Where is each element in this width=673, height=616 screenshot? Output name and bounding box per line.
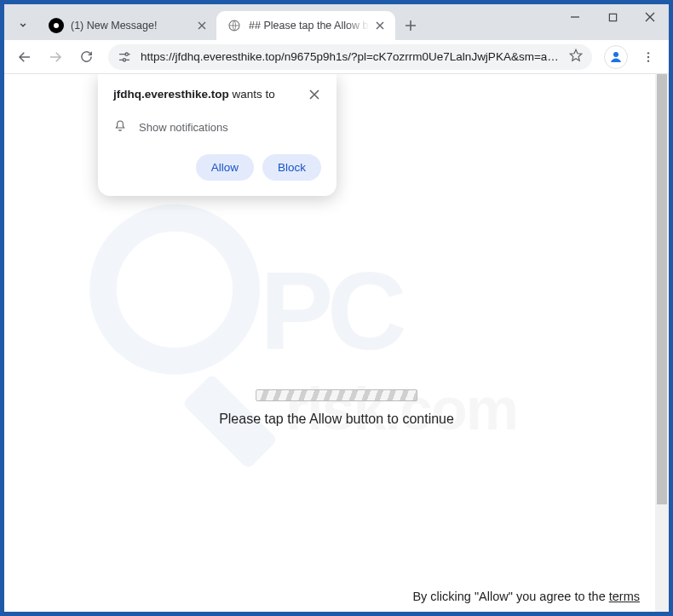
close-icon (376, 21, 384, 30)
svg-point-8 (647, 60, 649, 61)
kebab-icon (641, 50, 655, 64)
scrollbar-thumb[interactable] (657, 74, 667, 504)
block-button[interactable]: Block (262, 154, 321, 181)
page-center: Please tap the Allow button to continue (219, 389, 454, 427)
tab-inactive[interactable]: (1) New Message! (38, 11, 217, 40)
bookmark-button[interactable] (568, 48, 584, 66)
chevron-down-icon (17, 19, 29, 31)
url-text: https://jfdhq.everesthike.top/n9675p9h1s… (141, 50, 561, 63)
bell-icon (113, 119, 127, 135)
tab-search-button[interactable] (11, 13, 35, 37)
svg-rect-2 (609, 14, 616, 20)
svg-point-4 (123, 58, 125, 60)
titlebar: (1) New Message! ## Please tap the Allow… (4, 4, 669, 40)
omnibox[interactable]: https://jfdhq.everesthike.top/n9675p9h1s… (108, 44, 592, 70)
tab-title: ## Please tap the Allow button (249, 20, 370, 32)
notification-permission-prompt: jfdhq.everesthike.top wants to Show noti… (98, 74, 336, 196)
maximize-button[interactable] (594, 4, 631, 30)
allow-button[interactable]: Allow (196, 154, 254, 181)
profile-avatar[interactable] (604, 45, 628, 69)
close-icon (645, 12, 655, 22)
reload-icon (79, 49, 94, 64)
tab-favicon (49, 18, 64, 33)
tab-favicon (227, 18, 242, 33)
close-icon (198, 21, 206, 30)
browser-window: (1) New Message! ## Please tap the Allow… (3, 3, 670, 613)
page-message: Please tap the Allow button to continue (219, 412, 454, 427)
prompt-actions: Allow Block (113, 154, 321, 181)
tab-close-button[interactable] (195, 19, 209, 32)
footer-disclaimer: By clicking "Allow" you agree to the ter… (412, 590, 640, 603)
scrollbar-track[interactable] (655, 74, 669, 612)
svg-point-3 (125, 53, 128, 55)
svg-point-5 (613, 52, 618, 57)
minimize-icon (570, 12, 580, 22)
svg-point-7 (647, 55, 649, 57)
star-icon (568, 48, 584, 63)
minimize-button[interactable] (556, 4, 594, 30)
reload-button[interactable] (72, 43, 100, 71)
prompt-permission-label: Show notifications (139, 121, 228, 134)
forward-button[interactable] (42, 43, 69, 71)
svg-point-6 (647, 52, 649, 54)
background-watermark: PC risk.com (64, 204, 609, 493)
svg-point-0 (54, 23, 59, 28)
user-icon (608, 49, 624, 65)
new-tab-button[interactable] (400, 14, 422, 37)
footer-prefix: By clicking "Allow" you agree to the (412, 590, 608, 603)
arrow-left-icon (17, 49, 32, 65)
window-controls (556, 4, 669, 30)
prompt-wants-to: wants to (233, 88, 275, 101)
message-dot-icon (52, 21, 60, 30)
prompt-header: jfdhq.everesthike.top wants to (113, 88, 321, 104)
loading-bar (256, 389, 417, 401)
tab-title: (1) New Message! (71, 20, 192, 32)
page-content: PC risk.com jfdhq.everesthike.top wants … (4, 74, 669, 612)
arrow-right-icon (48, 49, 63, 65)
globe-icon (227, 19, 241, 32)
close-icon (309, 89, 319, 100)
close-window-button[interactable] (631, 4, 669, 30)
maximize-icon (608, 13, 618, 22)
prompt-close-button[interactable] (308, 88, 321, 104)
plus-icon (405, 20, 417, 32)
terms-link[interactable]: terms (609, 590, 640, 603)
browser-menu-button[interactable] (635, 43, 662, 71)
tab-active[interactable]: ## Please tap the Allow button (216, 11, 395, 40)
prompt-origin-text: jfdhq.everesthike.top wants to (113, 88, 275, 101)
site-tune-icon[interactable] (117, 49, 132, 65)
tab-close-button[interactable] (373, 19, 387, 32)
toolbar: https://jfdhq.everesthike.top/n9675p9h1s… (4, 40, 669, 74)
prompt-domain: jfdhq.everesthike.top (113, 88, 229, 101)
prompt-body: Show notifications (113, 119, 321, 135)
back-button[interactable] (11, 43, 38, 71)
tune-icon (118, 50, 131, 64)
